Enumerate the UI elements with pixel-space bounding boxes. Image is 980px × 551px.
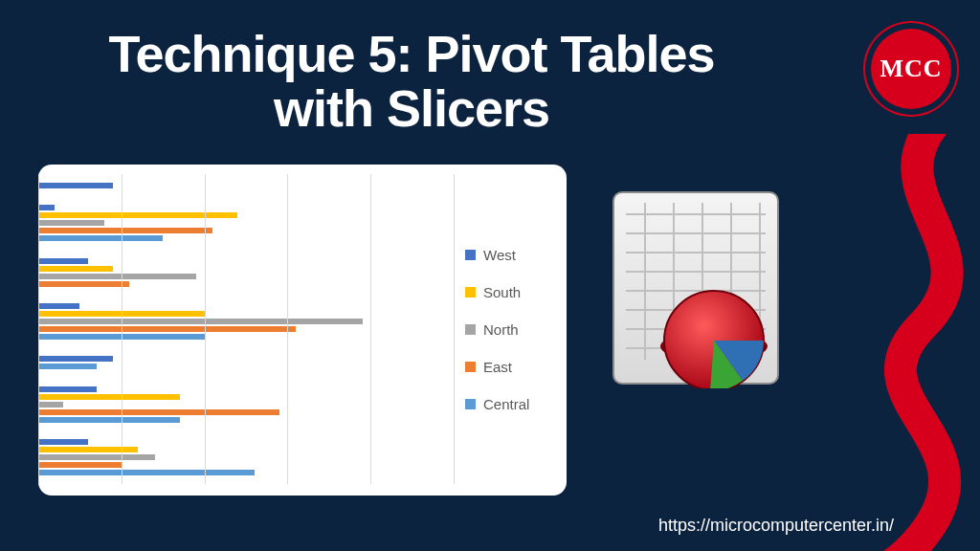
bar-north xyxy=(38,454,155,460)
grid-line xyxy=(370,174,371,484)
legend-item-west: West xyxy=(465,247,553,263)
legend-label: South xyxy=(483,284,521,300)
chart-plot-area xyxy=(38,174,454,484)
spreadsheet-icon xyxy=(609,187,783,388)
decorative-squiggle xyxy=(808,134,980,551)
bar-group xyxy=(38,356,454,369)
bar-group xyxy=(38,303,454,340)
legend-label: Central xyxy=(483,396,529,412)
legend-item-south: South xyxy=(465,284,553,300)
bar-north xyxy=(38,220,104,226)
bar-west xyxy=(38,356,113,362)
bar-north xyxy=(38,319,363,324)
grid-line xyxy=(205,174,206,484)
bar-east xyxy=(38,409,279,415)
bar-south xyxy=(38,266,113,272)
bar-group xyxy=(38,439,454,475)
bar-central xyxy=(38,470,255,475)
legend-label: North xyxy=(483,321,519,338)
bar-east xyxy=(38,326,296,332)
bar-central xyxy=(38,417,180,423)
bar-south xyxy=(38,212,237,218)
bar-east xyxy=(38,462,122,468)
page-title: Technique 5: Pivot Tables with Slicers xyxy=(57,27,766,135)
legend-swatch xyxy=(465,287,476,298)
chart-card: WestSouthNorthEastCentral xyxy=(38,165,567,496)
bar-west xyxy=(38,258,88,264)
legend-swatch xyxy=(465,399,476,409)
grid-line xyxy=(454,174,455,484)
legend-item-east: East xyxy=(465,359,553,375)
bar-west xyxy=(38,303,79,309)
legend-label: West xyxy=(483,247,516,263)
grid-line xyxy=(38,174,39,484)
bar-east xyxy=(38,228,212,233)
legend-swatch xyxy=(465,324,476,335)
legend-item-north: North xyxy=(465,321,553,338)
bar-east xyxy=(38,281,129,287)
bar-north xyxy=(38,402,63,408)
brand-logo: MCC xyxy=(865,23,957,115)
bar-west xyxy=(38,183,113,188)
bar-north xyxy=(38,274,196,279)
legend-label: East xyxy=(483,359,512,375)
footer-url: https://microcomputercenter.in/ xyxy=(658,516,894,536)
grid-line xyxy=(287,174,288,484)
bar-central xyxy=(38,364,97,369)
bar-south xyxy=(38,447,138,452)
bar-central xyxy=(38,235,163,241)
bar-west xyxy=(38,386,97,392)
grid-line xyxy=(122,174,122,484)
legend-swatch xyxy=(465,250,476,260)
chart-legend: WestSouthNorthEastCentral xyxy=(454,174,553,484)
bar-south xyxy=(38,394,180,400)
bar-west xyxy=(38,439,88,445)
bar-group xyxy=(38,183,454,188)
bar-west xyxy=(38,205,55,210)
bar-group xyxy=(38,205,454,241)
bar-group xyxy=(38,386,454,423)
legend-item-central: Central xyxy=(465,396,553,412)
bar-group xyxy=(38,258,454,287)
legend-swatch xyxy=(465,362,476,372)
